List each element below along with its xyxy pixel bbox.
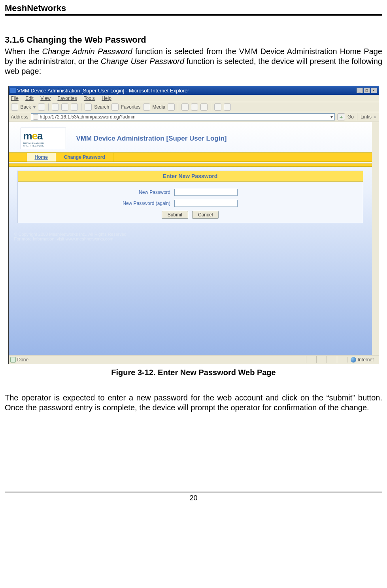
menu-view[interactable]: View [40, 96, 51, 101]
accent-bar [9, 163, 372, 167]
history-icon[interactable] [168, 103, 175, 111]
cancel-button[interactable]: Cancel [192, 211, 219, 219]
intro-paragraph: When the Change Admin Password function … [5, 47, 382, 76]
page-icon [33, 114, 38, 120]
address-value: http://172.16.1.53/admin/password.cgi?ad… [40, 114, 136, 120]
links-label[interactable]: Links [361, 114, 372, 120]
statusbar: Done Internet [9, 355, 379, 364]
status-cell-2 [316, 356, 327, 363]
header-rule-thin [5, 15, 382, 16]
globe-icon [351, 357, 356, 363]
edit-icon[interactable] [200, 103, 208, 111]
para1-italic1: Change Admin Password [42, 47, 132, 56]
address-input[interactable]: http://172.16.1.53/admin/password.cgi?ad… [31, 113, 335, 120]
stop-icon[interactable] [52, 103, 59, 111]
document-header: MeshNetworks [5, 3, 382, 14]
search-icon[interactable] [85, 103, 92, 111]
tabbar: Home Change Password [9, 152, 372, 162]
status-cell-1 [306, 356, 316, 363]
tab-home[interactable]: Home [27, 153, 56, 162]
search-label[interactable]: Search [94, 104, 109, 110]
mea-logo: mea MESH ENABLED ARCHITECTURE [21, 128, 66, 149]
logo-tagline: MESH ENABLED ARCHITECTURE [23, 142, 63, 147]
print-icon[interactable] [191, 103, 198, 111]
home-icon[interactable] [71, 103, 78, 111]
new-password-again-input[interactable] [174, 200, 238, 207]
copyright: © Copyright 2003 MeshNetworks Inc., All … [9, 232, 372, 241]
refresh-icon[interactable] [61, 103, 68, 111]
media-label[interactable]: Media [153, 104, 166, 110]
go-button[interactable]: ➔ [337, 113, 345, 120]
status-cell-4 [337, 356, 347, 363]
section-heading: 3.1.6 Changing the Web Password [5, 35, 382, 45]
scroll-up-icon[interactable]: ▲ [372, 122, 378, 128]
window-titlebar: VMM Device Administration [Super User Lo… [9, 86, 379, 95]
menubar: File Edit View Favorites Tools Help [9, 95, 379, 102]
window-title: VMM Device Administration [Super User Lo… [17, 88, 189, 94]
forward-icon[interactable] [38, 103, 45, 111]
status-cell-3 [327, 356, 337, 363]
ie-icon [10, 88, 16, 93]
new-password-input[interactable] [174, 189, 238, 196]
screenshot-figure: VMM Device Administration [Super User Lo… [8, 86, 379, 364]
header-rule-thick [5, 14, 382, 15]
password-form: Enter New Password New Password New Pass… [17, 171, 363, 223]
status-text: Done [17, 357, 29, 363]
menu-help[interactable]: Help [102, 96, 111, 101]
copyright-line2-prefix: For more information, visit [14, 237, 66, 241]
new-password-again-label: New Password (again) [68, 201, 170, 206]
back-label[interactable]: Back [21, 104, 31, 110]
scrollbar[interactable]: ▲ ▼ [372, 122, 379, 355]
menu-favorites[interactable]: Favorites [57, 96, 77, 101]
copyright-link[interactable]: www.meshnetworks.com [66, 237, 113, 241]
footer-rule-thick [5, 492, 382, 492]
form-header: Enter New Password [18, 171, 363, 182]
close-button[interactable]: × [371, 88, 377, 93]
media-icon[interactable] [143, 103, 150, 111]
back-icon[interactable] [11, 103, 18, 111]
addressbar: Address http://172.16.1.53/admin/passwor… [9, 112, 379, 122]
address-label: Address [11, 114, 28, 120]
toolbar: Back ▾ Search Favorites Media [9, 102, 379, 112]
page-content: mea MESH ENABLED ARCHITECTURE VMM Device… [9, 122, 379, 355]
menu-tools[interactable]: Tools [84, 96, 95, 101]
scroll-down-icon[interactable]: ▼ [372, 349, 378, 355]
favorites-icon[interactable] [111, 103, 119, 111]
window-controls: _ □ × [357, 88, 377, 93]
new-password-label: New Password [68, 190, 170, 195]
page-number: 20 [5, 494, 382, 502]
minimize-button[interactable]: _ [357, 88, 363, 93]
copyright-line1: © Copyright 2003 MeshNetworks Inc., All … [14, 232, 372, 237]
para1-prefix: When the [5, 47, 42, 56]
zone-label: Internet [358, 357, 374, 363]
figure-caption: Figure 3-12. Enter New Password Web Page [5, 368, 382, 377]
menu-edit[interactable]: Edit [25, 96, 34, 101]
submit-button[interactable]: Submit [162, 211, 188, 219]
maximize-button[interactable]: □ [364, 88, 370, 93]
page-title: VMM Device Administration [Super User Lo… [76, 135, 227, 143]
closing-paragraph: The operator is expected to enter a new … [5, 393, 382, 413]
para1-italic2: Change User Password [101, 57, 184, 66]
discuss-icon[interactable] [214, 103, 221, 111]
done-icon [10, 357, 16, 363]
go-label: Go [347, 114, 354, 120]
favorites-label[interactable]: Favorites [121, 104, 140, 110]
menu-file[interactable]: File [11, 96, 19, 101]
footer-rule-thin [5, 493, 382, 493]
messenger-icon[interactable] [224, 103, 231, 111]
tab-change-password[interactable]: Change Password [56, 153, 113, 162]
mail-icon[interactable] [181, 103, 189, 111]
